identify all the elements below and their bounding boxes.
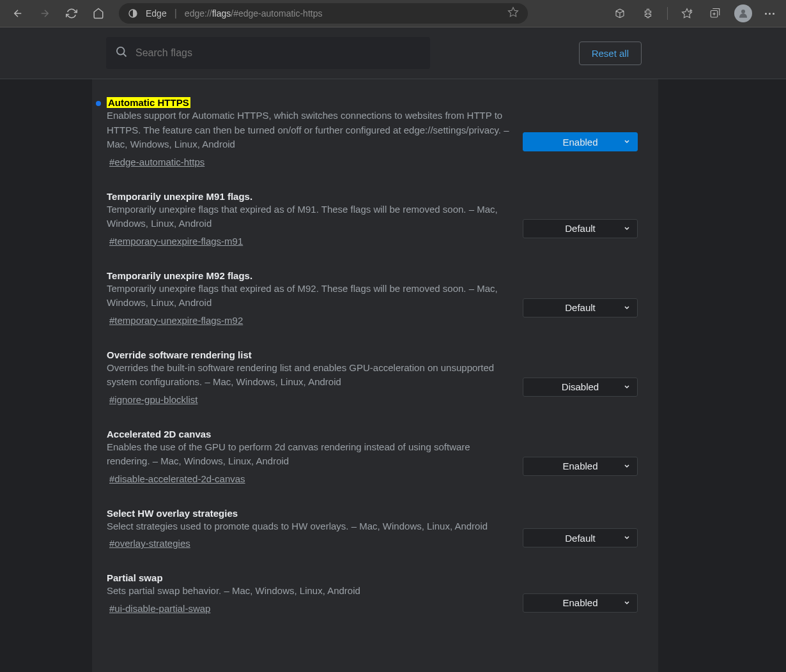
more-menu-button[interactable] [759, 13, 781, 15]
flag-description: Overrides the built-in software renderin… [107, 361, 512, 390]
svg-point-9 [117, 47, 125, 55]
flag-description: Select strategies used to promote quads … [107, 519, 512, 534]
flag-title: Accelerated 2D canvas [107, 429, 211, 439]
flag-state-select[interactable]: Disabled [523, 378, 638, 397]
content-area: Automatic HTTPSEnables support for Autom… [0, 79, 786, 672]
flag-title: Partial swap [107, 572, 163, 583]
svg-point-8 [741, 10, 745, 13]
flag-title: Temporarily unexpire M92 flags. [107, 270, 252, 281]
flag-hash-link[interactable]: #ui-disable-partial-swap [109, 603, 210, 614]
chevron-down-icon [623, 137, 631, 148]
search-input[interactable] [135, 47, 421, 59]
address-bar[interactable]: Edge | edge://flags/#edge-automatic-http… [119, 3, 528, 24]
flag-description: Temporarily unexpire flags that expired … [107, 282, 512, 310]
collections-icon[interactable] [702, 3, 728, 24]
shopping-icon[interactable] [607, 3, 633, 24]
flag-description: Enables support for Automatic HTTPS, whi… [107, 109, 512, 152]
flag-state-select[interactable]: Enabled [523, 457, 638, 476]
flag-hash-link[interactable]: #overlay-strategies [109, 538, 190, 549]
chevron-down-icon [623, 533, 631, 544]
chevron-down-icon [623, 223, 631, 234]
flag-title: Temporarily unexpire M91 flags. [107, 191, 252, 202]
flag-state-select[interactable]: Default [523, 219, 638, 238]
forward-button[interactable] [32, 3, 58, 24]
browser-name: Edge [146, 8, 167, 19]
back-button[interactable] [5, 3, 31, 24]
flag-title: Select HW overlay strategies [107, 508, 238, 519]
reset-all-button[interactable]: Reset all [579, 42, 642, 65]
flag-hash-link[interactable]: #ignore-gpu-blocklist [109, 394, 197, 405]
svg-marker-2 [682, 9, 692, 18]
chevron-down-icon [623, 597, 631, 608]
flag-description: Sets partial swap behavior. – Mac, Windo… [107, 584, 512, 599]
flag-hash-link[interactable]: #edge-automatic-https [109, 157, 204, 167]
flag-item: Temporarily unexpire M92 flags.Temporari… [92, 270, 658, 349]
search-icon [115, 45, 128, 61]
flags-list: Automatic HTTPSEnables support for Autom… [92, 79, 658, 672]
search-wrapper [106, 37, 430, 69]
flag-state-select[interactable]: Enabled [523, 132, 638, 151]
flag-hash-link[interactable]: #temporary-unexpire-flags-m92 [109, 315, 243, 326]
flag-title: Automatic HTTPS [107, 97, 190, 108]
flag-state-select[interactable]: Default [523, 528, 638, 547]
url-display: edge://flags/#edge-automatic-https [185, 8, 323, 19]
flag-hash-link[interactable]: #disable-accelerated-2d-canvas [109, 473, 245, 484]
browser-toolbar: Edge | edge://flags/#edge-automatic-http… [0, 0, 786, 27]
chevron-down-icon [623, 461, 631, 471]
flag-item: Accelerated 2D canvasEnables the use of … [92, 429, 658, 508]
address-separator: | [174, 8, 177, 19]
toolbar-separator [667, 7, 668, 20]
flag-item: Select HW overlay strategiesSelect strat… [92, 508, 658, 573]
favorite-icon[interactable] [507, 6, 519, 20]
svg-marker-1 [509, 8, 518, 17]
flag-item: Partial swapSets partial swap behavior. … [92, 572, 658, 638]
svg-line-10 [123, 54, 126, 56]
chevron-down-icon [623, 302, 631, 313]
search-section: Reset all [0, 27, 786, 79]
chevron-down-icon [623, 381, 631, 392]
flag-state-select[interactable]: Default [523, 298, 638, 317]
modified-indicator [96, 101, 101, 106]
flag-hash-link[interactable]: #temporary-unexpire-flags-m91 [109, 236, 243, 247]
profile-avatar[interactable] [730, 3, 756, 24]
edge-icon [128, 8, 138, 19]
favorites-icon[interactable] [674, 3, 700, 24]
flag-item: Automatic HTTPSEnables support for Autom… [92, 97, 658, 191]
flag-description: Temporarily unexpire flags that expired … [107, 202, 512, 231]
refresh-button[interactable] [59, 3, 84, 24]
home-button[interactable] [86, 3, 111, 24]
flag-item: Temporarily unexpire M91 flags.Temporari… [92, 191, 658, 270]
flag-item: Override software rendering listOverride… [92, 349, 658, 429]
flag-description: Enables the use of the GPU to perform 2d… [107, 440, 512, 469]
flag-state-select[interactable]: Enabled [523, 593, 638, 613]
flag-title: Override software rendering list [107, 349, 252, 360]
extensions-icon[interactable] [635, 3, 661, 24]
